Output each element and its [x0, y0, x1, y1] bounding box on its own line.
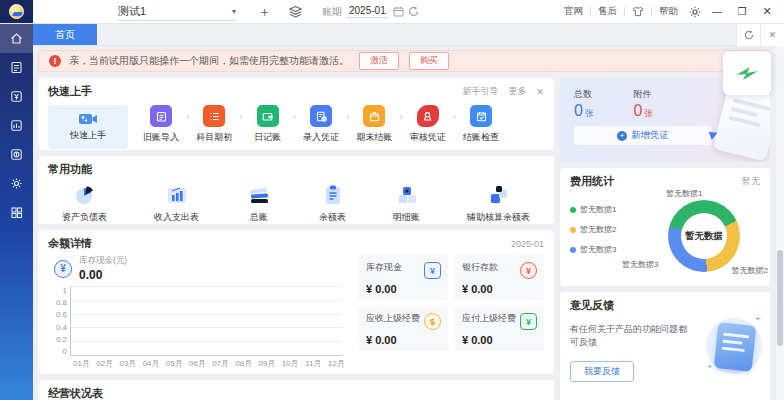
- card-value: ¥ 0.00: [462, 283, 536, 295]
- sidebar-item-report[interactable]: [0, 111, 33, 140]
- layers-icon[interactable]: [289, 5, 302, 18]
- yen-circle-icon: ¥: [54, 260, 72, 278]
- func-label: 总账: [250, 211, 268, 224]
- sidebar-item-home[interactable]: [0, 24, 33, 53]
- step-journal[interactable]: 日记账: [243, 105, 293, 144]
- tab-refresh-icon[interactable]: [736, 24, 760, 46]
- feedback-text: 有任何关于产品的功能问题都可反馈: [570, 323, 690, 349]
- total-value: 0: [574, 102, 583, 119]
- donut-legend: 暂无数据1 暂无数据2 暂无数据3: [570, 204, 616, 255]
- common-functions-panel: 常用功能 资产负债表 收入支出表 总账: [38, 156, 554, 224]
- divider: [651, 7, 652, 16]
- titlebar-menu: 官网 售后 帮助 — ❐ ✕: [564, 5, 784, 18]
- donut-callout-left: 暂无数据3: [622, 259, 658, 270]
- donut-center-label: 暂无数据: [681, 213, 727, 259]
- card-value: ¥ 0.00: [366, 334, 440, 346]
- sparkle-icon: +: [755, 314, 760, 323]
- newbie-guide-link[interactable]: 新手引导: [462, 85, 498, 98]
- calendar-icon[interactable]: [393, 6, 404, 17]
- legend-dot: [570, 247, 576, 253]
- step-label: 日记账: [254, 131, 281, 144]
- step-audit-voucher[interactable]: 审核凭证: [403, 105, 453, 144]
- feedback-button[interactable]: 我要反馈: [570, 361, 634, 382]
- period-value[interactable]: 2025-01: [346, 5, 389, 18]
- tab-controls: ✕: [736, 24, 784, 46]
- period-picker: 账期 2025-01: [322, 5, 419, 19]
- tab-home[interactable]: 首页: [33, 24, 97, 45]
- legend-label: 暂无数据2: [580, 224, 616, 235]
- expense-filter[interactable]: 暂无: [742, 175, 760, 188]
- func-general-ledger[interactable]: 总账: [246, 182, 272, 224]
- tab-close-icon[interactable]: ✕: [760, 24, 784, 46]
- step-old-account-import[interactable]: 旧账导入: [136, 105, 186, 144]
- activate-button[interactable]: 激活: [359, 52, 399, 70]
- card-label: 应付上级经费: [462, 313, 516, 323]
- func-label: 收入支出表: [154, 211, 199, 224]
- attach-label: 附件: [633, 88, 652, 101]
- gear-icon[interactable]: [689, 6, 701, 18]
- more-link[interactable]: 更多: [508, 85, 526, 98]
- step-opening-balance[interactable]: 科目期初: [189, 105, 239, 144]
- app-logo-icon: [9, 4, 24, 19]
- books-icon: [246, 182, 272, 208]
- add-account-button[interactable]: ＋: [258, 3, 271, 21]
- card-receivable-superior[interactable]: 应收上级经费 $ ¥ 0.00: [358, 306, 448, 351]
- card-payable-superior[interactable]: 应付上级经费 ¥ ¥ 0.00: [454, 306, 544, 351]
- clipboard-icon: [150, 105, 172, 127]
- step-close-check[interactable]: 结账检查: [456, 105, 506, 144]
- sidebar: [0, 24, 33, 400]
- card-value: ¥ 0.00: [366, 283, 440, 295]
- sidebar-item-modules[interactable]: [0, 198, 33, 227]
- func-balance-table[interactable]: 余额表: [319, 182, 346, 224]
- card-value: ¥ 0.00: [462, 334, 536, 346]
- buy-button[interactable]: 购买: [409, 52, 449, 70]
- float-widget[interactable]: [723, 51, 771, 95]
- quick-start-panel: 快速上手 新手引导 更多 ✕ 快速上手 旧账导入: [38, 78, 554, 150]
- step-label: 结账检查: [463, 131, 499, 144]
- divider: [590, 7, 591, 16]
- new-voucher-button[interactable]: + 新增凭证: [574, 126, 712, 145]
- card-label: 库存现金: [366, 262, 402, 272]
- wallet-icon: [257, 105, 279, 127]
- maximize-button[interactable]: ❐: [733, 6, 751, 17]
- minimize-button[interactable]: —: [708, 6, 726, 17]
- expense-donut-chart: 暂无数据1 暂无数据 暂无数据2 暂无数据3: [638, 188, 766, 284]
- sidebar-item-voucher[interactable]: [0, 53, 33, 82]
- close-button[interactable]: ✕: [758, 5, 776, 18]
- step-label: 期末结账: [356, 131, 392, 144]
- link-support[interactable]: 售后: [598, 5, 617, 18]
- legend-label: 暂无数据3: [580, 244, 616, 255]
- func-balance-sheet[interactable]: 资产负债表: [62, 182, 107, 224]
- shirt-theme-icon[interactable]: [632, 6, 644, 17]
- account-selector[interactable]: 测试1 ▾: [118, 3, 236, 21]
- donut-ring: 暂无数据: [668, 200, 740, 272]
- sidebar-item-funds[interactable]: [0, 140, 33, 169]
- card-bank-deposit[interactable]: 银行存款 ¥ ¥ 0.00: [454, 255, 544, 300]
- sidebar-item-ledger[interactable]: [0, 82, 33, 111]
- metric-value: 0.00: [79, 268, 127, 282]
- app-logo: [0, 0, 33, 23]
- func-income-expense[interactable]: 收入支出表: [154, 182, 199, 224]
- scrollbar-track[interactable]: [776, 46, 784, 400]
- card-cash[interactable]: 库存现金 ¥ ¥ 0.00: [358, 255, 448, 300]
- link-help[interactable]: 帮助: [659, 5, 678, 18]
- func-detail-ledger[interactable]: 明细账: [393, 182, 420, 224]
- chevron-down-icon: ▾: [232, 7, 236, 16]
- card-label: 银行存款: [462, 262, 498, 272]
- step-period-close[interactable]: 期末结账: [349, 105, 399, 144]
- sidebar-item-settings[interactable]: [0, 169, 33, 198]
- alert-icon: !: [49, 55, 61, 67]
- quick-start-video-card[interactable]: 快速上手: [48, 105, 128, 149]
- panel-close-icon[interactable]: ✕: [536, 87, 544, 97]
- link-site[interactable]: 官网: [564, 5, 583, 18]
- tab-home-label: 首页: [55, 28, 75, 42]
- step-label: 录入凭证: [303, 131, 339, 144]
- func-aux-balance-table[interactable]: 辅助核算余额表: [467, 182, 530, 224]
- attach-unit: 张: [644, 108, 653, 118]
- business-status-title: 经营状况表: [48, 386, 103, 400]
- refresh-icon[interactable]: [408, 6, 419, 17]
- clipboard-report-icon: [320, 182, 346, 208]
- blocks-icon: [486, 182, 512, 208]
- step-enter-voucher[interactable]: 录入凭证: [296, 105, 346, 144]
- scrollbar-thumb[interactable]: [777, 250, 783, 346]
